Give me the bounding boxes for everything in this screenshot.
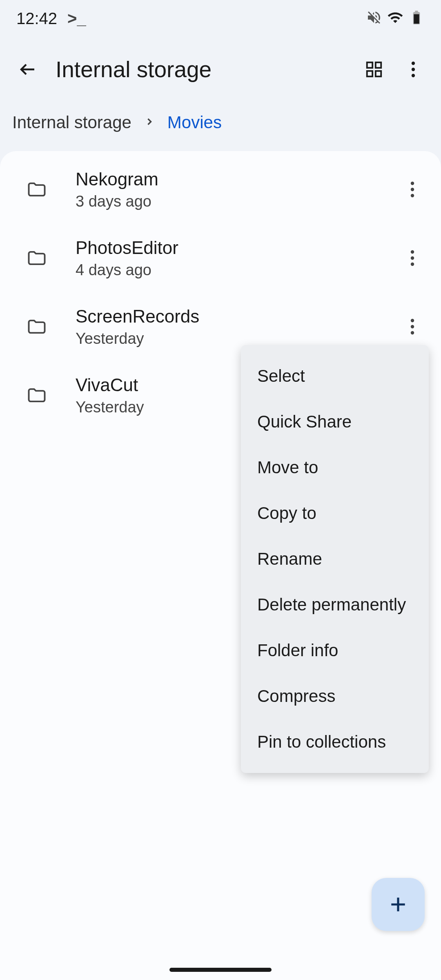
context-menu: Select Quick Share Move to Copy to Renam… bbox=[241, 345, 429, 773]
folder-icon bbox=[20, 385, 53, 406]
menu-item-delete[interactable]: Delete permanently bbox=[241, 582, 429, 628]
wifi-icon bbox=[387, 9, 403, 27]
svg-point-12 bbox=[411, 194, 414, 197]
svg-rect-6 bbox=[376, 71, 381, 76]
folder-more-button[interactable] bbox=[396, 310, 429, 343]
grid-view-button[interactable] bbox=[354, 50, 394, 89]
folder-icon bbox=[20, 316, 53, 337]
menu-item-quick-share[interactable]: Quick Share bbox=[241, 399, 429, 445]
folder-icon bbox=[20, 179, 53, 200]
svg-point-18 bbox=[411, 331, 414, 334]
svg-point-13 bbox=[411, 250, 414, 254]
status-time: 12:42 bbox=[16, 9, 57, 28]
folder-name: PhotosEditor bbox=[76, 238, 396, 258]
svg-point-11 bbox=[411, 188, 414, 191]
menu-item-pin[interactable]: Pin to collections bbox=[241, 719, 429, 765]
battery-icon bbox=[408, 9, 425, 27]
mute-icon bbox=[366, 9, 382, 27]
svg-point-16 bbox=[411, 319, 414, 322]
fab-add-button[interactable] bbox=[372, 878, 425, 931]
breadcrumb-current[interactable]: Movies bbox=[167, 113, 222, 132]
folder-row[interactable]: Nekogram 3 days ago bbox=[0, 155, 441, 224]
svg-point-17 bbox=[411, 325, 414, 328]
nav-handle[interactable] bbox=[169, 968, 272, 972]
status-bar: 12:42 >_ bbox=[0, 0, 441, 37]
folder-icon bbox=[20, 247, 53, 269]
menu-item-rename[interactable]: Rename bbox=[241, 536, 429, 582]
breadcrumb-root[interactable]: Internal storage bbox=[12, 113, 131, 132]
svg-rect-4 bbox=[376, 62, 381, 68]
menu-item-select[interactable]: Select bbox=[241, 353, 429, 399]
folder-row[interactable]: PhotosEditor 4 days ago bbox=[0, 224, 441, 292]
folder-name: ScreenRecords bbox=[76, 306, 396, 327]
folder-more-button[interactable] bbox=[396, 173, 429, 206]
menu-item-folder-info[interactable]: Folder info bbox=[241, 628, 429, 673]
svg-point-7 bbox=[412, 62, 415, 65]
app-bar: Internal storage bbox=[0, 37, 441, 102]
svg-point-10 bbox=[411, 182, 414, 185]
menu-item-move-to[interactable]: Move to bbox=[241, 445, 429, 490]
breadcrumb: Internal storage Movies bbox=[0, 102, 441, 143]
menu-item-copy-to[interactable]: Copy to bbox=[241, 490, 429, 536]
svg-point-9 bbox=[412, 74, 415, 77]
content-area: Nekogram 3 days ago PhotosEditor 4 days … bbox=[0, 151, 441, 980]
svg-rect-1 bbox=[414, 12, 419, 14]
svg-rect-3 bbox=[367, 62, 372, 68]
svg-point-14 bbox=[411, 256, 414, 260]
chevron-right-icon bbox=[144, 116, 155, 129]
menu-item-compress[interactable]: Compress bbox=[241, 673, 429, 719]
svg-rect-2 bbox=[415, 11, 418, 12]
folder-more-button[interactable] bbox=[396, 242, 429, 274]
terminal-icon: >_ bbox=[67, 9, 86, 28]
folder-date: 4 days ago bbox=[76, 261, 396, 279]
svg-rect-0 bbox=[414, 14, 419, 24]
svg-point-8 bbox=[412, 68, 415, 71]
overflow-menu-button[interactable] bbox=[394, 50, 433, 89]
back-button[interactable] bbox=[8, 50, 47, 89]
folder-date: 3 days ago bbox=[76, 193, 396, 210]
page-title: Internal storage bbox=[47, 56, 354, 82]
svg-point-15 bbox=[411, 263, 414, 266]
svg-rect-5 bbox=[367, 71, 372, 76]
folder-name: Nekogram bbox=[76, 169, 396, 189]
